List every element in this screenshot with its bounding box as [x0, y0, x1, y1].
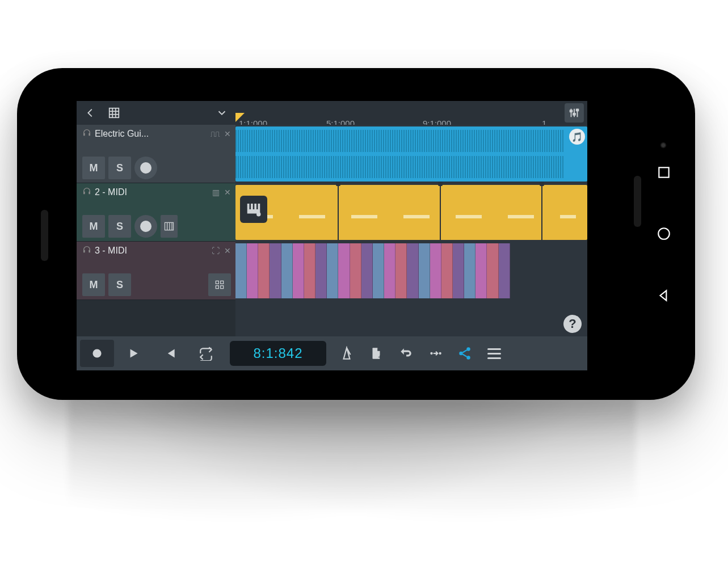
arrangement-area: Electric Gui... ⎍⎍ ✕ M S — [77, 125, 587, 336]
track-name: 3 - MIDI — [95, 246, 127, 256]
headphones-icon — [82, 245, 91, 256]
marker-nav-button[interactable] — [422, 340, 449, 367]
arm-record-button[interactable] — [134, 215, 157, 238]
back-button[interactable] — [82, 105, 98, 121]
menu-button[interactable] — [481, 340, 508, 367]
svg-rect-28 — [250, 204, 251, 209]
beat-clip[interactable] — [235, 243, 510, 298]
track-name: 2 - MIDI — [95, 187, 127, 197]
svg-point-38 — [459, 352, 463, 356]
waveform — [235, 130, 565, 152]
track-name: Electric Gui... — [95, 129, 149, 139]
help-button[interactable]: ? — [563, 315, 582, 333]
svg-rect-25 — [216, 286, 218, 289]
solo-button[interactable]: S — [108, 157, 131, 179]
mixer-button[interactable] — [565, 103, 584, 123]
phone-frame: 1:1:000 5:1:000 9:1:000 1 Electr — [17, 68, 695, 400]
svg-rect-29 — [253, 204, 255, 209]
svg-rect-22 — [89, 250, 90, 253]
clip-lane-3 — [235, 242, 587, 300]
metronome-button[interactable] — [333, 340, 360, 367]
close-track-button[interactable]: ✕ — [224, 129, 231, 138]
undo-button[interactable] — [392, 340, 419, 367]
android-nav-bar — [650, 142, 678, 326]
piano-roll-icon[interactable]: ▥ — [212, 188, 220, 197]
instrument-badge[interactable] — [240, 196, 267, 223]
android-recent-button[interactable] — [657, 165, 671, 180]
app-screen: 1:1:000 5:1:000 9:1:000 1 Electr — [77, 101, 587, 370]
cloud-badge-icon[interactable]: 🎵 — [569, 129, 585, 145]
add-track-button[interactable]: + — [363, 340, 390, 367]
keyboard-button[interactable] — [161, 215, 178, 238]
headphones-icon — [82, 128, 91, 140]
phone-shadow — [68, 397, 636, 545]
mute-button[interactable]: M — [82, 273, 105, 296]
svg-rect-15 — [83, 192, 85, 195]
record-button[interactable] — [80, 340, 114, 367]
arm-record-button[interactable] — [134, 157, 157, 179]
solo-button[interactable]: S — [108, 273, 131, 296]
svg-point-31 — [256, 212, 261, 217]
svg-point-34 — [430, 352, 432, 355]
time-display[interactable]: 8:1:842 — [230, 341, 326, 366]
play-button[interactable] — [116, 340, 150, 367]
android-back-button[interactable] — [657, 288, 671, 303]
svg-rect-13 — [83, 133, 85, 136]
midi-clip[interactable] — [235, 185, 587, 240]
track-row-1[interactable]: Electric Gui... ⎍⎍ ✕ M S — [77, 125, 235, 183]
svg-rect-30 — [256, 204, 258, 209]
clips-area[interactable]: 🎵 — [235, 125, 587, 336]
close-track-button[interactable]: ✕ — [224, 246, 231, 255]
waveform-icon[interactable]: ⎍⎍ — [211, 129, 220, 138]
svg-rect-21 — [83, 250, 85, 253]
transport-bar: 8:1:842 + — [77, 336, 587, 370]
loop-button[interactable] — [189, 340, 223, 367]
svg-point-32 — [92, 349, 101, 357]
audio-clip[interactable]: 🎵 — [235, 126, 587, 182]
grid-view-button[interactable] — [106, 105, 122, 121]
svg-point-37 — [466, 347, 470, 351]
solo-button[interactable]: S — [108, 215, 131, 238]
svg-text:+: + — [378, 353, 381, 360]
svg-rect-23 — [216, 281, 218, 284]
track-row-2[interactable]: 2 - MIDI ▥ ✕ M S — [77, 183, 235, 242]
track-dropdown-button[interactable] — [214, 105, 230, 121]
svg-rect-0 — [659, 167, 668, 177]
headphones-icon — [82, 187, 91, 198]
mute-button[interactable]: M — [82, 215, 105, 238]
track-row-3[interactable]: 3 - MIDI ⛶ ✕ M S — [77, 242, 235, 300]
close-track-button[interactable]: ✕ — [224, 188, 231, 197]
clip-lane-2 — [235, 183, 587, 242]
svg-rect-14 — [89, 133, 90, 136]
svg-point-1 — [658, 229, 670, 240]
expand-icon[interactable]: ⛶ — [212, 246, 220, 255]
top-toolbar: 1:1:000 5:1:000 9:1:000 1 — [77, 101, 587, 125]
track-panel: Electric Gui... ⎍⎍ ✕ M S — [77, 125, 235, 336]
svg-point-39 — [466, 356, 470, 360]
svg-rect-26 — [221, 286, 224, 289]
midi-notes — [247, 215, 576, 218]
mute-button[interactable]: M — [82, 157, 105, 179]
svg-point-36 — [439, 352, 441, 355]
waveform — [235, 156, 565, 178]
android-home-button[interactable] — [657, 226, 671, 241]
rewind-button[interactable] — [153, 340, 187, 367]
svg-rect-2 — [110, 108, 119, 118]
share-button[interactable] — [451, 340, 478, 367]
svg-rect-16 — [89, 192, 90, 195]
drum-pad-button[interactable] — [208, 273, 231, 296]
clip-lane-1: 🎵 — [235, 125, 587, 183]
svg-rect-24 — [221, 281, 224, 284]
